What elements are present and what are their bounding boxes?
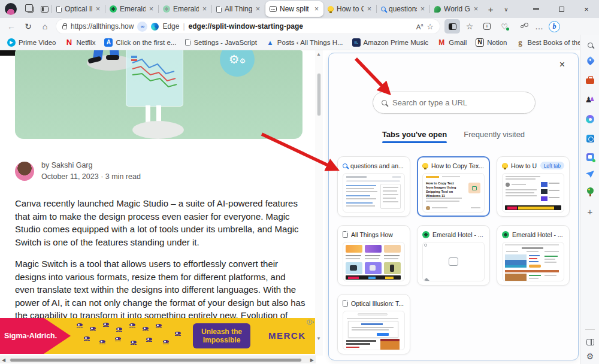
sidebar-settings-gear-icon[interactable]: ⚙ (585, 351, 595, 362)
scrollbar-thumb[interactable] (10, 358, 302, 362)
new-tab-button[interactable]: + (483, 2, 498, 16)
tab-emerald-hotel-1[interactable]: Emerald H × (105, 1, 158, 17)
bookmark-prime-video[interactable]: ▶ Prime Video (7, 38, 56, 47)
scrollbar-thumb[interactable] (317, 73, 321, 116)
sidebar-designer-icon[interactable] (585, 151, 595, 162)
browser-essentials-button[interactable]: ♡ (497, 19, 512, 34)
sidebar-tree-icon[interactable] (585, 186, 595, 197)
maximize-button[interactable] (549, 0, 574, 18)
close-panel-icon[interactable]: × (559, 59, 565, 70)
tab-thumbnail (502, 173, 564, 213)
emerald-favicon (502, 231, 509, 238)
tab-card-how-to-copy[interactable]: How to Copy Tex... How to Copy Text from… (417, 156, 490, 217)
sidebar-shopping-icon[interactable] (585, 55, 595, 66)
tab-card-optical-illusion[interactable]: Optical Illusion: T... (337, 294, 410, 354)
ad-banner[interactable]: Sigma-Aldrich. Unleash the Impossible ME… (0, 318, 316, 354)
article-horizontal-scrollbar[interactable]: ◀ ▶ (0, 356, 316, 363)
close-window-button[interactable]: × (574, 0, 599, 18)
sidebar-add-icon[interactable]: + (585, 206, 595, 217)
world-geo-favicon (434, 6, 441, 13)
favorite-star-icon[interactable]: ☆ (426, 22, 434, 31)
lightbulb-favicon (502, 163, 508, 169)
tab-world-geo[interactable]: World Geo × (430, 1, 483, 17)
bookmark-settings-js[interactable]: Settings - JavaScript (185, 39, 256, 46)
refresh-button[interactable]: ↻ (20, 19, 36, 34)
split-window-button[interactable] (444, 19, 460, 34)
tab-questions[interactable]: questions a × (377, 1, 429, 17)
left-tab-badge: Left tab (540, 162, 564, 169)
edge-label: Edge (162, 22, 179, 31)
bookmark-notion[interactable]: N Notion (476, 38, 507, 47)
bookmark-click-first[interactable]: A Click on the first e... (104, 38, 176, 47)
tab-actions-icon[interactable] (37, 2, 52, 16)
ad-cta-button[interactable]: Unleash the Impossible (193, 323, 250, 348)
scroll-down-icon[interactable]: ▼ (316, 336, 321, 341)
tab-all-things[interactable]: All Things × (212, 1, 265, 17)
sidebar-drop-icon[interactable] (585, 169, 595, 180)
bing-chat-icon[interactable]: b (549, 21, 560, 32)
bookmark-posts-allthings[interactable]: ▲ Posts ‹ All Things H... (266, 38, 343, 47)
tab-close-icon[interactable]: × (202, 5, 207, 13)
sidebar-outlook-icon[interactable] (585, 133, 595, 144)
gears-icon: ⚙⚙ (220, 50, 255, 77)
minimize-button[interactable] (524, 0, 549, 18)
tab-card-all-things-how[interactable]: All Things How (337, 225, 410, 286)
bookmarks-bar: ▶ Prime Video N Netflix A Click on the f… (0, 35, 580, 50)
ad-choices-icon[interactable]: ⓘ› (307, 318, 314, 326)
favorites-button[interactable]: ☆ (462, 19, 477, 34)
tab-optical-illusion[interactable]: Optical Illu × (52, 1, 105, 17)
split-window-panel: × Tabs you've open Frequently visited qu… (328, 53, 579, 360)
tab-card-emerald-hotel-1[interactable]: Emerald Hotel - ... (417, 225, 490, 286)
back-button[interactable]: ← (4, 19, 19, 34)
tab-frequently-visited[interactable]: Frequently visited (464, 130, 525, 143)
tab-close-icon[interactable]: × (95, 5, 101, 13)
tab-new-split-active[interactable]: New split s × (265, 1, 323, 17)
bookmark-gmail[interactable]: M Gmail (437, 38, 467, 47)
settings-more-button[interactable]: … (531, 19, 547, 34)
tab-how-to-copy[interactable]: How to Co × (323, 1, 376, 17)
bookmark-netflix[interactable]: N Netflix (65, 38, 95, 47)
search-input[interactable] (392, 98, 512, 107)
sidebar-tools-icon[interactable] (585, 74, 595, 85)
address-bar[interactable]: https://allthings.how ∞ Edge | edge://sp… (56, 19, 440, 34)
panel-tabs: Tabs you've open Frequently visited (329, 130, 578, 143)
profile-avatar[interactable] (5, 3, 17, 15)
sidebar-microsoft365-icon[interactable] (585, 114, 595, 125)
notion-icon: N (476, 38, 484, 47)
panel-search-box[interactable] (373, 92, 536, 114)
tab-close-icon[interactable]: × (420, 5, 425, 13)
split-link-icon[interactable]: ∞ (137, 22, 147, 32)
bookmark-amazon-music[interactable]: ıı. Amazon Prime Music (352, 38, 429, 47)
tab-close-icon[interactable]: × (473, 5, 479, 13)
ad-merck-logo: MERCK (268, 330, 306, 341)
page-favicon (343, 231, 348, 238)
sidebar-search-icon[interactable] (585, 40, 595, 50)
page-favicon (185, 39, 190, 46)
page-edge-artifact (0, 50, 16, 56)
tab-close-icon[interactable]: × (314, 5, 319, 13)
sidebar-games-icon[interactable]: ♟♟ (585, 94, 595, 105)
tab-close-icon[interactable]: × (149, 5, 154, 13)
tab-close-icon[interactable]: × (367, 5, 372, 13)
sidebar-panel-icon[interactable] (585, 336, 595, 347)
workspaces-icon[interactable] (23, 2, 37, 16)
ad-brand-ribbon: Sigma-Aldrich. (0, 318, 71, 354)
tab-emerald-hotel-2[interactable]: Emerald H × (159, 1, 211, 17)
home-button[interactable]: ⌂ (37, 19, 53, 34)
tab-card-emerald-hotel-2[interactable]: Emerald Hotel - ... (497, 225, 570, 286)
tab-thumbnail (343, 173, 405, 213)
tab-tabs-youve-open[interactable]: Tabs you've open (382, 130, 447, 143)
share-button[interactable] (514, 19, 530, 34)
tab-list-dropdown-icon[interactable]: ∨ (498, 2, 514, 16)
read-aloud-icon[interactable]: Aa (416, 23, 423, 31)
scroll-left-icon[interactable]: ◀ (2, 357, 5, 363)
article-vertical-scrollbar[interactable]: ▲ ▼ (315, 50, 323, 356)
scroll-up-icon[interactable]: ▲ (316, 51, 321, 57)
declining-chart-illustration (126, 50, 183, 106)
page-favicon (56, 6, 62, 13)
scroll-right-icon[interactable]: ▶ (310, 357, 314, 363)
collections-button[interactable]: + (479, 19, 495, 34)
tab-close-icon[interactable]: × (255, 5, 261, 13)
tab-card-questions[interactable]: questions and an... (337, 156, 410, 217)
tab-card-how-to-u-left-tab[interactable]: How to U... Left tab (497, 156, 570, 217)
